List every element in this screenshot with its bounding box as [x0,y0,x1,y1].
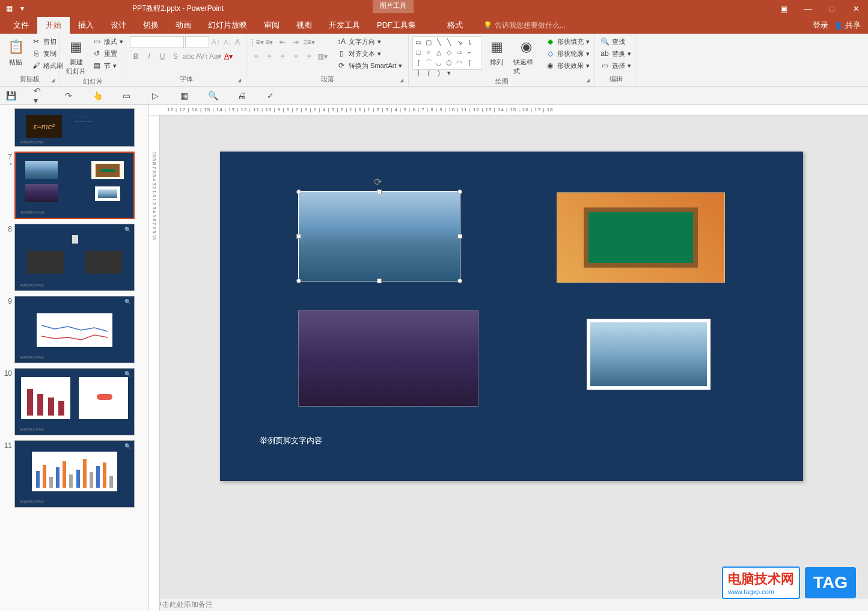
resize-handle[interactable] [457,234,462,239]
arrange-button[interactable]: ▦ 排列 [484,36,509,68]
select-button[interactable]: ▭选择 ▾ [599,60,632,71]
magnify-icon[interactable]: 🔍 [124,299,132,306]
tab-developer[interactable]: 开发工具 [320,16,368,34]
slide-thumb[interactable]: ε=mc² — ——— —— — 举例页脚文字内容 [2,108,146,147]
align-center-button[interactable]: ≡ [263,51,275,63]
cut-button[interactable]: ✂剪切 [30,36,64,47]
slide-image-chalkboard[interactable] [557,192,725,283]
login-button[interactable]: 登录 [813,20,828,31]
numbering-button[interactable]: ≡▾ [263,36,275,48]
dialog-launcher-icon[interactable]: ◢ [400,78,407,85]
undo-icon[interactable]: ↶ ▾ [34,90,46,102]
resize-handle[interactable] [457,189,462,194]
magnify-icon[interactable]: 🔍 [124,443,132,450]
resize-handle[interactable] [296,234,301,239]
shape-line2-icon[interactable]: ╲ [445,38,453,46]
tab-file[interactable]: 文件 [5,16,37,34]
columns-button[interactable]: ▥▾ [316,51,328,63]
increase-font-icon[interactable]: A↑ [210,38,221,46]
shape-textbox-icon[interactable]: ▢ [424,38,433,46]
shape-more-icon[interactable]: ▾ [445,69,453,77]
find-button[interactable]: 🔍查找 [599,36,632,47]
shape-effects-button[interactable]: ◉形状效果 ▾ [544,60,591,71]
rotate-handle-icon[interactable]: ⟳ [374,176,385,187]
dialog-launcher-icon[interactable]: ◢ [237,78,245,85]
shape-elbow-icon[interactable]: ⌐ [465,48,474,57]
close-icon[interactable]: ✕ [844,0,868,17]
italic-button[interactable]: I [143,51,155,63]
dialog-launcher-icon[interactable]: ◢ [51,78,58,85]
clear-format-icon[interactable]: A̸ [234,38,241,46]
shape-rect-icon[interactable]: ▭ [414,38,423,46]
layout-button[interactable]: ▭版式 ▾ [91,36,124,47]
spacing-button[interactable]: AV↕ [196,51,208,63]
format-painter-button[interactable]: 🖌格式刷 [30,60,64,71]
increase-indent-button[interactable]: ⇥ [290,36,302,48]
paste-button[interactable]: 📋 粘贴 [4,36,28,68]
tab-design[interactable]: 设计 [102,16,135,34]
shape-arrow-icon[interactable]: ↘ [455,38,463,46]
strikethrough-button[interactable]: S [170,51,182,63]
slide-image-cityscape[interactable] [298,310,478,407]
slide[interactable]: ⟳ 举例页脚文字内容 [220,152,803,481]
align-right-button[interactable]: ≡ [277,51,289,63]
save-icon[interactable]: 💾 [5,90,17,102]
shape-arc2-icon[interactable]: ◠ [455,58,463,67]
from-beginning-icon[interactable]: ▷ [149,90,161,102]
shape-hex-icon[interactable]: ⬡ [445,58,453,67]
slide-image-mountain[interactable]: ⟳ [298,191,460,281]
align-left-button[interactable]: ≡ [250,51,262,63]
shape-arc-icon[interactable]: ◡ [435,58,443,67]
slide-image-autumn[interactable] [587,319,711,390]
copy-button[interactable]: ⎘复制 [30,48,64,59]
shapes-gallery[interactable]: ▭▢╲╲↘⤹□○ △◇⇨⌐∫⌒◡⬡ ◠{}()▾ [412,36,482,70]
maximize-icon[interactable]: □ [820,0,844,17]
share-button[interactable]: 👤 共享 [834,20,861,31]
tab-transitions[interactable]: 切换 [135,16,167,34]
tab-pdf[interactable]: PDF工具集 [368,16,424,34]
minimize-icon[interactable]: — [796,0,820,17]
resize-handle[interactable] [377,278,382,283]
screenshot-icon[interactable]: ▭ [120,90,132,102]
horizontal-ruler[interactable]: 18 | 17 | 16 | 15 | 14 | 13 | 12 | 11 | … [149,105,868,115]
resize-handle[interactable] [457,278,462,283]
tell-me-search[interactable]: 💡 告诉我您想要做什么... [483,20,566,31]
slide-footer-text[interactable]: 举例页脚文字内容 [260,435,322,446]
shape-paren-icon[interactable]: ( [424,69,433,77]
tab-home[interactable]: 开始 [37,16,70,34]
quick-styles-button[interactable]: ◉ 快速样式 [511,36,542,77]
decrease-font-icon[interactable]: A↓ [222,38,233,46]
shape-seg-icon[interactable]: ⌒ [424,58,433,67]
insert-icon[interactable]: ▦ [178,90,190,102]
shape-brace-icon[interactable]: { [465,58,474,67]
shape-circle-icon[interactable]: ○ [424,48,433,57]
slide-thumb-7[interactable]: 7* 举例页脚文字内容 [2,152,146,219]
align-text-button[interactable]: ▯对齐文本 ▾ [335,48,403,59]
shape-arrow2-icon[interactable]: ⇨ [455,48,463,57]
slide-thumb-11[interactable]: 11 举例页脚文字内容 🔍 [2,440,146,508]
bold-button[interactable]: B [130,51,142,63]
resize-handle[interactable] [296,189,301,194]
slide-canvas[interactable]: ⟳ 举例页脚文字内容 [149,115,868,598]
resize-handle[interactable] [296,278,301,283]
tab-slideshow[interactable]: 幻灯片放映 [200,16,255,34]
font-size-input[interactable] [185,36,209,48]
text-direction-button[interactable]: ↕A文字方向 ▾ [335,36,403,47]
replace-button[interactable]: ab替换 ▾ [599,48,632,59]
tab-review[interactable]: 审阅 [255,16,288,34]
dialog-launcher-icon[interactable]: ◢ [586,78,593,85]
shape-diamond-icon[interactable]: ◇ [445,48,453,57]
font-color-button[interactable]: A▾ [222,51,234,63]
shape-fill-button[interactable]: ◆形状填充 ▾ [544,36,591,47]
shape-square-icon[interactable]: □ [414,48,423,57]
justify-button[interactable]: ≡ [290,51,302,63]
magnify-icon[interactable]: 🔍 [124,227,132,234]
shape-brace2-icon[interactable]: } [414,69,423,77]
shape-paren2-icon[interactable]: ) [435,69,443,77]
case-button[interactable]: Aa▾ [209,51,221,63]
redo-icon[interactable]: ↷ [63,90,75,102]
slide-thumbnail-panel[interactable]: ε=mc² — ——— —— — 举例页脚文字内容 7* 举例页脚文字内容 8 … [0,105,149,611]
section-button[interactable]: ▤节 ▾ [91,60,124,71]
underline-button[interactable]: U [156,51,168,63]
shape-connector-icon[interactable]: ⤹ [465,38,474,46]
